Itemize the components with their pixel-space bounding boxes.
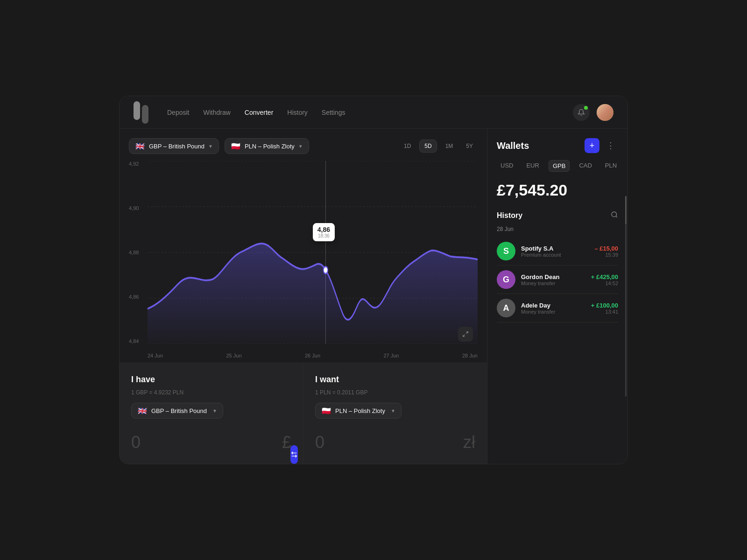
more-options-button[interactable]: ⋮ <box>603 138 618 153</box>
tab-gpb[interactable]: GPB <box>549 160 570 172</box>
scrollbar-track[interactable] <box>625 196 627 397</box>
from-currency-label: GBP – British Pound <box>149 143 204 150</box>
history-title: History <box>497 211 522 220</box>
chart-canvas: 4,86 18:36 <box>148 161 478 344</box>
to-currency-select[interactable]: 🇵🇱 PLN – Polish Zloty ▼ <box>225 138 309 154</box>
nav-settings[interactable]: Settings <box>322 109 345 116</box>
to-dropdown-icon: ▼ <box>298 144 303 149</box>
wallets-actions: + ⋮ <box>585 138 618 153</box>
wallets-title: Wallets <box>497 140 529 151</box>
time-filters: 1D 5D 1M 5Y <box>399 140 478 153</box>
x-label-2: 26 Jun <box>305 353 320 358</box>
avatar-image <box>597 104 613 121</box>
converter-section: I have 1 GBP = 4.9232 PLN 🇬🇧 GBP – Briti… <box>120 363 487 464</box>
converter-have-input-row: 0 £ <box>131 433 291 452</box>
converter-from-amount: 0 <box>131 433 275 452</box>
y-label-2: 4,88 <box>129 250 145 255</box>
from-dropdown-icon: ▼ <box>208 144 213 149</box>
chart-controls: 🇬🇧 GBP – British Pound ▼ 🇵🇱 PLN – Polish… <box>129 138 478 154</box>
y-label-0: 4,92 <box>129 161 145 167</box>
converter-pln-flag: 🇵🇱 <box>321 407 331 414</box>
left-panel: 🇬🇧 GBP – British Pound ▼ 🇵🇱 PLN – Polish… <box>120 129 487 464</box>
tx-icon-gordon: G <box>497 270 515 289</box>
chart-svg <box>148 161 478 344</box>
converter-to-select[interactable]: 🇵🇱 PLN – Polish Zloty ▼ <box>315 403 402 419</box>
tab-cad[interactable]: CAD <box>575 160 595 172</box>
chart-wrapper: 4,92 4,90 4,88 4,86 4,84 <box>129 161 478 363</box>
tab-eur[interactable]: EUR <box>522 160 543 172</box>
from-currency-select[interactable]: 🇬🇧 GBP – British Pound ▼ <box>129 138 219 154</box>
converter-to-amount: 0 <box>315 433 456 452</box>
tx-sub-adele: Money transfer <box>521 309 585 315</box>
notification-button[interactable] <box>573 104 590 121</box>
gbp-flag: 🇬🇧 <box>135 142 145 150</box>
tx-amount-col-adele: + £100,00 13:41 <box>591 302 618 315</box>
tab-pln[interactable]: PLN <box>601 160 618 172</box>
time-btn-1d[interactable]: 1D <box>399 140 416 152</box>
wallets-header: Wallets + ⋮ <box>497 138 618 153</box>
logo-bar-left <box>134 101 140 120</box>
transactions-list: S Spotify S.A Premium account – £15,00 1… <box>497 237 618 322</box>
logo <box>134 101 148 124</box>
time-btn-5d[interactable]: 5D <box>419 140 437 153</box>
tx-name-spotify: Spotify S.A <box>521 245 589 252</box>
x-label-3: 27 Jun <box>383 353 399 358</box>
bell-icon <box>578 109 585 116</box>
nav-history[interactable]: History <box>287 109 308 116</box>
swap-button[interactable] <box>290 445 298 464</box>
add-wallet-button[interactable]: + <box>585 138 599 153</box>
currency-selectors: 🇬🇧 GBP – British Pound ▼ 🇵🇱 PLN – Polish… <box>129 138 309 154</box>
converter-to-symbol: zł <box>463 433 475 452</box>
tx-time-adele: 13:41 <box>591 309 618 315</box>
avatar[interactable] <box>597 104 613 121</box>
tx-sub-spotify: Premium account <box>521 252 589 258</box>
converter-want-input-row: 0 zł <box>315 433 475 452</box>
converter-have-label: I have <box>131 375 291 385</box>
header-right <box>573 104 613 121</box>
converter-have: I have 1 GBP = 4.9232 PLN 🇬🇧 GBP – Briti… <box>120 363 303 464</box>
converter-to-label: PLN – Polish Zloty <box>335 407 385 414</box>
history-search-button[interactable] <box>611 211 618 220</box>
svg-point-7 <box>324 266 328 273</box>
tx-name-gordon: Gordon Dean <box>521 273 585 280</box>
tab-usd[interactable]: USD <box>497 160 517 172</box>
tx-info-spotify: Spotify S.A Premium account <box>521 245 589 258</box>
converter-from-label: GBP – British Pound <box>151 407 207 414</box>
nav-withdraw[interactable]: Withdraw <box>203 109 230 116</box>
tx-amount-gordon: + £425,00 <box>591 273 618 280</box>
transaction-item-adele[interactable]: A Adele Day Money transfer + £100,00 13:… <box>497 294 618 322</box>
nav-links: Deposit Withdraw Converter History Setti… <box>167 109 559 116</box>
y-label-1: 4,90 <box>129 205 145 211</box>
expand-button[interactable] <box>458 327 473 342</box>
tx-amount-adele: + £100,00 <box>591 302 618 309</box>
nav-deposit[interactable]: Deposit <box>167 109 189 116</box>
converter-from-select[interactable]: 🇬🇧 GBP – British Pound ▼ <box>131 403 223 419</box>
to-currency-label: PLN – Polish Zloty <box>245 143 295 150</box>
wallet-balance: £7,545.20 <box>497 181 618 199</box>
transaction-item-gordon[interactable]: G Gordon Dean Money transfer + £425,00 1… <box>497 266 618 294</box>
nav-converter[interactable]: Converter <box>245 109 273 116</box>
tx-info-adele: Adele Day Money transfer <box>521 302 585 315</box>
converter-have-rate: 1 GBP = 4.9232 PLN <box>131 389 291 396</box>
tx-amount-col-gordon: + £425,00 14:52 <box>591 273 618 286</box>
x-label-0: 24 Jun <box>148 353 163 358</box>
chart-area: 🇬🇧 GBP – British Pound ▼ 🇵🇱 PLN – Polish… <box>120 129 487 363</box>
logo-bar-right <box>142 105 148 124</box>
right-panel: Wallets + ⋮ USD EUR GPB CAD PLN £7,545.2… <box>487 129 627 464</box>
svg-point-8 <box>612 212 617 217</box>
tx-name-adele: Adele Day <box>521 302 585 309</box>
main-content: 🇬🇧 GBP – British Pound ▼ 🇵🇱 PLN – Polish… <box>120 129 627 464</box>
transaction-item-spotify[interactable]: S Spotify S.A Premium account – £15,00 1… <box>497 237 618 266</box>
tx-amount-col-spotify: – £15,00 15:39 <box>594 245 618 258</box>
tx-sub-gordon: Money transfer <box>521 280 585 286</box>
time-btn-5y[interactable]: 5Y <box>461 140 478 152</box>
converter-from-dropdown-icon: ▼ <box>212 408 217 413</box>
time-btn-1m[interactable]: 1M <box>441 140 458 152</box>
notification-dot <box>584 106 588 110</box>
converter-want-rate: 1 PLN = 0.2011 GBP <box>315 389 475 396</box>
y-label-4: 4,84 <box>129 338 145 344</box>
converter-want: I want 1 PLN = 0.2011 GBP 🇵🇱 PLN – Polis… <box>303 363 487 464</box>
app-container: Deposit Withdraw Converter History Setti… <box>119 96 628 464</box>
currency-tabs: USD EUR GPB CAD PLN <box>497 160 618 172</box>
converter-gbp-flag: 🇬🇧 <box>137 407 148 414</box>
